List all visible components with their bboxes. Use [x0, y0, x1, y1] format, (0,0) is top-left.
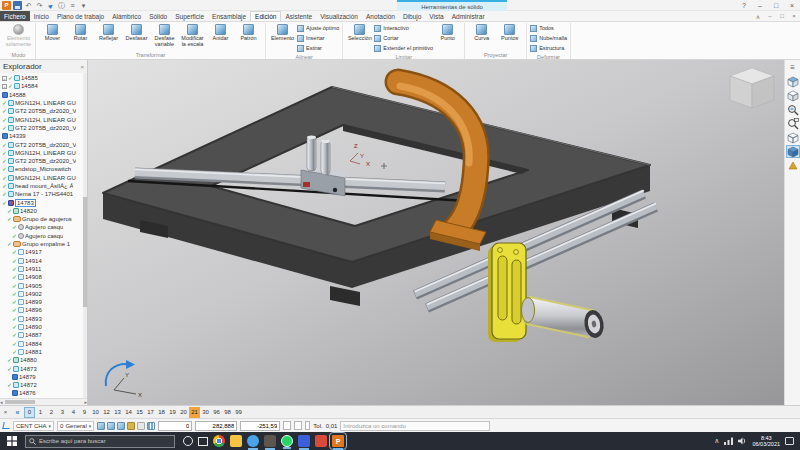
- desfase-variable-button[interactable]: Desfase variable: [151, 23, 178, 48]
- tree-item-14887[interactable]: ✓14887: [2, 331, 87, 339]
- tab-plano-de-trabajo[interactable]: Plano de trabajo: [53, 11, 108, 21]
- puntos-button[interactable]: Puntos: [496, 23, 523, 42]
- tree-item-14339[interactable]: 14339: [2, 132, 87, 140]
- rotar-button[interactable]: Rotar: [67, 23, 94, 42]
- punto-button[interactable]: Punto: [434, 23, 461, 42]
- close-button[interactable]: ×: [784, 2, 800, 9]
- tree-item-head-mount-ás-lá-á[interactable]: ✓head mount_ÁsîlÁ¿ Á: [2, 182, 87, 190]
- whatsapp-icon[interactable]: [281, 435, 293, 447]
- tree-item-14585[interactable]: +✓14585: [2, 74, 87, 82]
- tree-item-14873[interactable]: ✓14873: [2, 364, 87, 372]
- display-wireframe-icon[interactable]: [786, 131, 800, 144]
- sheet-tab-96[interactable]: 96: [211, 407, 222, 418]
- tree-item-14914[interactable]: ✓14914: [2, 257, 87, 265]
- panel-menu-icon[interactable]: ≡: [786, 61, 800, 74]
- display-shaded-icon[interactable]: [786, 145, 800, 158]
- explorer-close-icon[interactable]: ×: [80, 64, 84, 70]
- command-input[interactable]: [340, 421, 490, 431]
- tree-item-agujero-casqu[interactable]: ✓Agujero casqu: [2, 232, 87, 240]
- cad-app-icon[interactable]: P: [332, 435, 344, 447]
- doc-minimize-button[interactable]: –: [764, 13, 776, 19]
- sheet-tab-10[interactable]: 10: [90, 407, 101, 418]
- mail-blue-icon[interactable]: [247, 435, 259, 447]
- sheet-tab-0[interactable]: 0: [24, 407, 35, 418]
- render-mode-icon[interactable]: [786, 159, 800, 172]
- tree-item-14893[interactable]: ✓14893: [2, 315, 87, 323]
- tab-superficie[interactable]: Superficie: [171, 11, 208, 21]
- carriage-part[interactable]: [301, 135, 347, 196]
- tree-item-14879[interactable]: 14879: [2, 373, 87, 381]
- contextual-tab-group[interactable]: Herramientas de sólido: [397, 0, 507, 11]
- expand-icon[interactable]: +: [2, 84, 7, 89]
- tree-item-mgn12h-linear-gu[interactable]: ✓MGN12H, LINEAR GU: [2, 149, 87, 157]
- cortar-button[interactable]: Cortar: [374, 33, 433, 43]
- tree-item-gt2-20t5b-dz2020-v[interactable]: ✓GT2 20T5B_dz2020_V: [2, 157, 87, 165]
- tab-edición[interactable]: Edición: [250, 11, 281, 21]
- sheet-close-button[interactable]: ×: [0, 409, 11, 415]
- table-icon[interactable]: [147, 422, 155, 430]
- zoom-window-icon[interactable]: [786, 117, 800, 130]
- desfasar-button[interactable]: Desfasar: [123, 23, 150, 42]
- grid-snap-icon[interactable]: [117, 422, 125, 430]
- taskbar-search-input[interactable]: Escribe aquí para buscar: [25, 435, 175, 448]
- tree-item-14584[interactable]: +✓14584: [2, 82, 87, 90]
- info-button[interactable]: ⓘ: [57, 1, 66, 10]
- help-button[interactable]: ?: [736, 2, 752, 9]
- toggle-plane-icon[interactable]: [283, 421, 291, 430]
- undo-button[interactable]: ↶: [24, 1, 33, 10]
- tree-item-14899[interactable]: ✓14899: [2, 298, 87, 306]
- tree-item-mgn12h-linear-gu[interactable]: ✓MGN12H, LINEAR GU: [2, 174, 87, 182]
- list-button[interactable]: ≡: [68, 1, 77, 10]
- snap-mode-dropdown[interactable]: CENT CHA ▾: [13, 421, 54, 431]
- layer-dropdown[interactable]: 0 General ▾: [57, 421, 94, 431]
- sheet-tab-17[interactable]: 17: [145, 407, 156, 418]
- doc-restore-button[interactable]: □: [776, 13, 788, 19]
- sheet-tab-12[interactable]: 12: [101, 407, 112, 418]
- tree-item-14896[interactable]: ✓14896: [2, 306, 87, 314]
- tree-item-14880[interactable]: ✓14880: [2, 356, 87, 364]
- tab-asistente[interactable]: Asistente: [281, 11, 316, 21]
- doc-close-button[interactable]: ×: [788, 13, 800, 19]
- tree-item-14908[interactable]: ✓14908: [2, 273, 87, 281]
- sheet-tab-14[interactable]: 14: [123, 407, 134, 418]
- tab-visualización[interactable]: Visualización: [316, 11, 362, 21]
- tree-item-agujero-casqu[interactable]: ✓Agujero casqu: [2, 223, 87, 231]
- coord-z-field[interactable]: [240, 421, 280, 431]
- todos-button[interactable]: Todos: [530, 23, 567, 33]
- coordinate-system-icon[interactable]: [2, 422, 10, 429]
- qat-menu-button[interactable]: ▾: [79, 1, 88, 10]
- sheet-tab-15[interactable]: 15: [134, 407, 145, 418]
- tab-anotación[interactable]: Anotación: [362, 11, 399, 21]
- tree-item-14876[interactable]: 14876: [2, 389, 87, 397]
- sheet-tab-9[interactable]: 9: [79, 407, 90, 418]
- tree-item-grupo-empalme-1[interactable]: ✓Grupo empalme 1: [2, 240, 87, 248]
- coord-y-field[interactable]: [195, 421, 237, 431]
- selección-button[interactable]: Selección: [346, 23, 373, 42]
- explorer-hscrollbar[interactable]: ◂ ▸: [0, 398, 87, 405]
- tab-fichero[interactable]: Fichero: [0, 11, 30, 21]
- sheet-tab-98[interactable]: 98: [222, 407, 233, 418]
- tab-inicio[interactable]: Inicio: [30, 11, 53, 21]
- tree-item-14872[interactable]: ✓14872: [2, 381, 87, 389]
- viewport-3d[interactable]: Z Y X: [88, 60, 784, 405]
- coord-x-field[interactable]: [158, 421, 192, 431]
- tree-item-gt2-20t5b-dz2020-v[interactable]: ✓GT2 20T5B_dz2020_V: [2, 107, 87, 115]
- tab-ensamblaje[interactable]: Ensamblaje: [208, 11, 250, 21]
- hidden-icons-button[interactable]: ∧: [714, 437, 719, 445]
- nube-malla-button[interactable]: Nube/malla: [530, 33, 567, 43]
- media-blue-icon[interactable]: [298, 435, 310, 447]
- minimize-button[interactable]: –: [752, 2, 768, 9]
- sheet-tab-3[interactable]: 3: [57, 407, 68, 418]
- scroll-right-icon[interactable]: ▸: [84, 399, 87, 405]
- tree-item-nema-17-17hs4401[interactable]: ✓Nema 17 - 17HS4401: [2, 190, 87, 198]
- tree-item-gt2-20t5b-dz2020-v[interactable]: ✓GT2 20T5B_dz2020_V: [2, 140, 87, 148]
- toggle-grid-icon[interactable]: [294, 421, 302, 430]
- patrón-button[interactable]: Patrón: [235, 23, 262, 42]
- app-red-icon[interactable]: [315, 435, 327, 447]
- tab-administrar[interactable]: Administrar: [448, 11, 489, 21]
- restore-button[interactable]: □: [768, 2, 784, 9]
- sheet-tab-19[interactable]: 19: [167, 407, 178, 418]
- ajuste-óptimo-button[interactable]: Ajuste óptimo: [297, 23, 339, 33]
- sheet-tab-1[interactable]: 1: [35, 407, 46, 418]
- layers-icon[interactable]: [137, 422, 145, 430]
